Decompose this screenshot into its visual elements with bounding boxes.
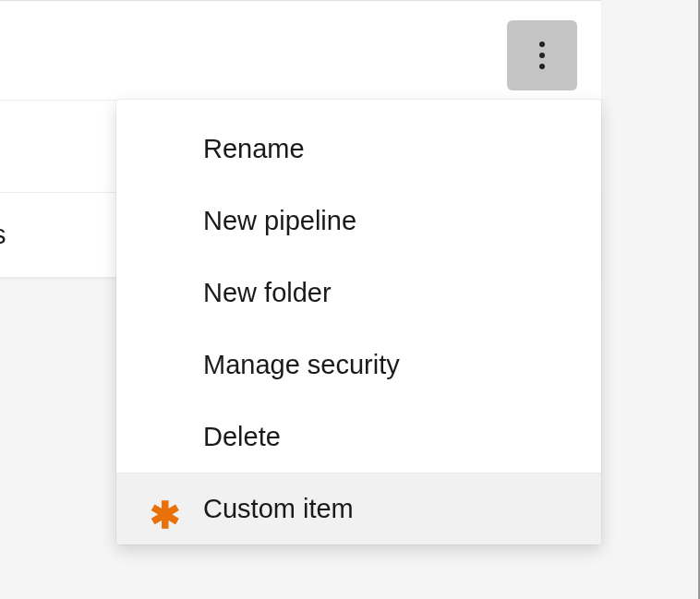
menu-item-delete[interactable]: Delete [116, 401, 601, 473]
vertical-dots-icon [539, 42, 545, 69]
asterisk-icon: ✱ [150, 494, 181, 525]
menu-item-rename[interactable]: Rename [116, 113, 601, 185]
menu-item-new-pipeline[interactable]: New pipeline [116, 185, 601, 257]
menu-item-label: Custom item [203, 494, 354, 524]
menu-item-label: Rename [203, 134, 305, 164]
menu-item-new-folder[interactable]: New folder [116, 257, 601, 329]
menu-item-label: New pipeline [203, 206, 356, 236]
more-options-button[interactable] [507, 20, 577, 90]
context-menu: Rename New pipeline New folder Manage se… [116, 100, 601, 545]
menu-item-manage-security[interactable]: Manage security [116, 329, 601, 401]
row-label-partial: s [0, 220, 6, 250]
menu-item-label: New folder [203, 278, 332, 308]
menu-item-label: Manage security [203, 350, 400, 380]
menu-item-label: Delete [203, 422, 281, 452]
menu-item-custom[interactable]: ✱ Custom item [116, 473, 601, 545]
